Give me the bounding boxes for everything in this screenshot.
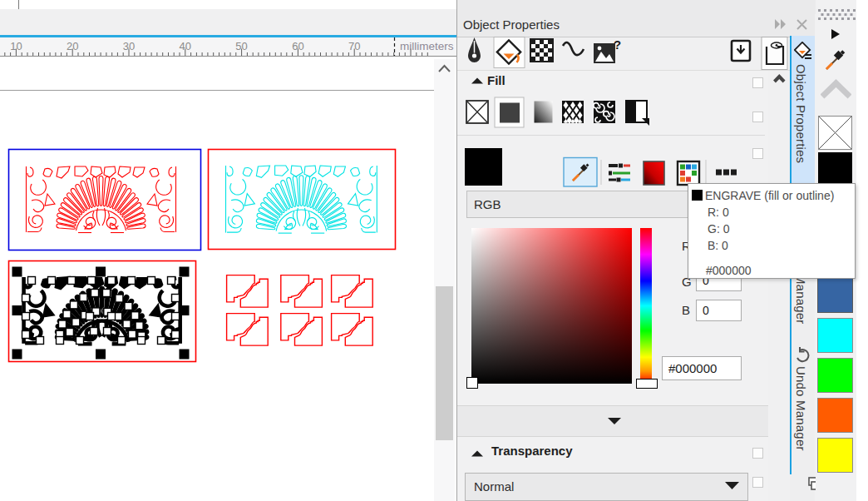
svg-text:?: ? [614, 37, 621, 52]
